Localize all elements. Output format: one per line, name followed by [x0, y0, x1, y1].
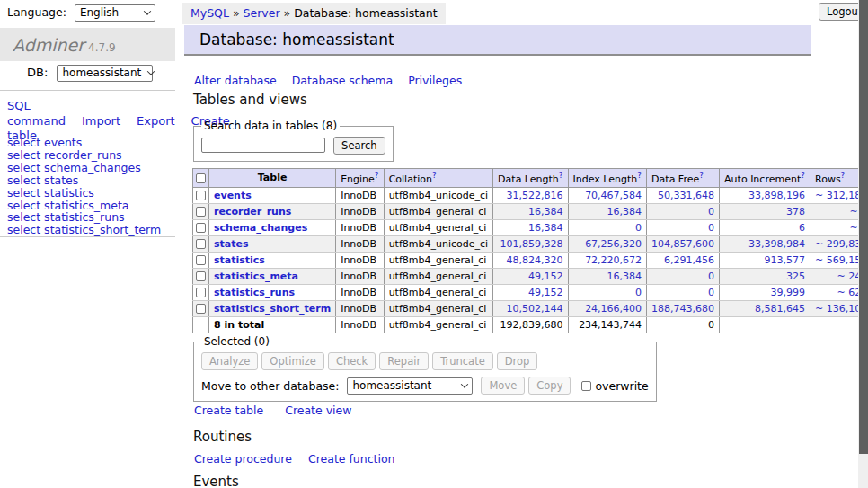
row-checkbox-statistics-meta[interactable] — [196, 271, 206, 281]
row-checkbox-cell — [193, 252, 209, 268]
sidebar-item-select-recorder-runs[interactable]: select recorder_runs — [7, 149, 161, 162]
row-checkbox-cell — [193, 219, 209, 235]
help-icon[interactable]: ? — [375, 171, 379, 180]
drop-button[interactable]: Drop — [497, 352, 538, 370]
help-icon[interactable]: ? — [699, 171, 704, 180]
language-select[interactable]: English — [75, 4, 155, 22]
row-checkbox-cell — [193, 268, 209, 284]
table-row: eventsInnoDButf8mb4_unicode_ci31,522,816… — [193, 187, 868, 203]
table-link-states[interactable]: states — [214, 238, 249, 250]
help-icon[interactable]: ? — [801, 171, 805, 180]
help-icon[interactable]: ? — [559, 171, 563, 180]
cell-c-col: utf8mb4_general_ci — [384, 203, 492, 219]
cell-c-il: 72,220,672 — [568, 252, 647, 268]
help-icon[interactable]: ? — [841, 171, 846, 180]
column-header-collation: Collation? — [384, 169, 492, 188]
help-icon[interactable]: ? — [432, 171, 437, 180]
table-link-statistics[interactable]: statistics — [214, 254, 265, 266]
table-link-statistics-runs[interactable]: statistics_runs — [214, 287, 295, 298]
row-checkbox-recorder-runs[interactable] — [196, 207, 206, 217]
row-checkbox-events[interactable] — [196, 191, 206, 200]
events-heading: Events — [193, 474, 239, 488]
cell-c-ai: 8,581,645 — [720, 300, 810, 316]
sidebar-action-export[interactable]: Export — [137, 114, 175, 128]
breadcrumb-link-mysql[interactable]: MySQL — [190, 6, 229, 20]
table-name-cell: statistics — [209, 252, 336, 268]
cell-c-dl: 16,384 — [493, 219, 568, 235]
column-header-data-free: Data Free? — [647, 169, 720, 188]
db-row: DB: homeassistant — [27, 65, 153, 82]
breadcrumb-separator: » — [284, 6, 291, 20]
check-button[interactable]: Check — [328, 352, 376, 370]
sidebar-item-select-statistics-short-term[interactable]: select statistics_short_term — [7, 224, 161, 236]
cell-c-df: 0 — [647, 219, 720, 235]
cell-c-eng: InnoDB — [336, 268, 384, 284]
table-link-recorder-runs[interactable]: recorder_runs — [214, 206, 291, 217]
total-cell-c-dl: 192,839,680 — [493, 316, 568, 333]
row-checkbox-states[interactable] — [196, 239, 206, 249]
sidebar-item-select-schema-changes[interactable]: select schema_changes — [7, 162, 161, 174]
cell-c-ai: 325 — [720, 268, 810, 284]
routines-link-create-procedure[interactable]: Create procedure — [194, 452, 292, 466]
table-name-cell: schema_changes — [209, 219, 336, 235]
sidebar-item-select-statistics-meta[interactable]: select statistics_meta — [7, 200, 161, 212]
row-checkbox-statistics-runs[interactable] — [196, 288, 206, 297]
db-link-database-schema[interactable]: Database schema — [292, 74, 393, 87]
sidebar-item-select-events[interactable]: select events — [7, 137, 161, 149]
table-row: statistics_short_termInnoDButf8mb4_gener… — [193, 300, 868, 316]
scrollbar-thumb[interactable] — [859, 0, 868, 454]
table-link-events[interactable]: events — [214, 190, 252, 201]
overwrite-checkbox[interactable] — [581, 381, 591, 391]
optimize-button[interactable]: Optimize — [261, 352, 324, 370]
help-icon[interactable]: ? — [637, 171, 642, 180]
move-select-value: homeassistant — [352, 379, 431, 392]
column-header-index-length: Index Length? — [568, 169, 647, 188]
select-all-checkbox[interactable] — [196, 173, 206, 183]
truncate-button[interactable]: Truncate — [432, 352, 493, 370]
footer-link-create-table[interactable]: Create table — [194, 404, 263, 417]
row-checkbox-schema-changes[interactable] — [196, 223, 206, 233]
footer-link-create-view[interactable]: Create view — [285, 404, 351, 417]
db-label: DB: — [27, 66, 48, 79]
row-checkbox-statistics[interactable] — [196, 255, 206, 265]
move-database-select[interactable]: homeassistant — [347, 377, 473, 395]
db-link-privileges[interactable]: Privileges — [408, 74, 462, 87]
cell-c-df: 0 — [647, 284, 720, 300]
db-select[interactable]: homeassistant — [57, 65, 153, 82]
vertical-scrollbar[interactable] — [858, 0, 868, 488]
cell-c-ai: 39,999 — [720, 284, 810, 300]
table-link-statistics-short-term[interactable]: statistics_short_term — [214, 303, 331, 315]
sidebar-item-select-statistics[interactable]: select statistics — [7, 187, 161, 200]
total-cell-c-il: 234,143,744 — [568, 316, 647, 333]
cell-c-ai: 33,898,196 — [720, 187, 810, 203]
cell-c-ai: 378 — [720, 203, 810, 219]
row-checkbox-statistics-short-term[interactable] — [196, 304, 206, 314]
analyze-button[interactable]: Analyze — [201, 352, 258, 370]
copy-button[interactable]: Copy — [528, 377, 571, 395]
sidebar-action-import[interactable]: Import — [82, 114, 120, 128]
cell-c-col: utf8mb4_unicode_ci — [384, 235, 492, 252]
table-search-input[interactable] — [201, 138, 325, 153]
table-row: statesInnoDButf8mb4_unicode_ci101,859,32… — [193, 235, 868, 252]
cell-c-eng: InnoDB — [336, 219, 384, 235]
language-row: Language: English — [7, 4, 155, 22]
move-button[interactable]: Move — [481, 377, 525, 395]
db-link-alter-database[interactable]: Alter database — [194, 74, 277, 87]
cell-c-col: utf8mb4_general_ci — [384, 284, 492, 300]
repair-button[interactable]: Repair — [379, 352, 429, 370]
selected-legend: Selected (0) — [201, 335, 272, 348]
tables-heading: Tables and views — [193, 92, 307, 108]
table-name-cell: recorder_runs — [209, 203, 336, 219]
routines-link-create-function[interactable]: Create function — [308, 452, 395, 466]
cell-c-eng: InnoDB — [336, 203, 384, 219]
table-link-statistics-meta[interactable]: statistics_meta — [214, 271, 298, 282]
breadcrumb-link-server[interactable]: Server — [244, 6, 280, 20]
cell-c-il: 0 — [568, 219, 647, 235]
table-link-schema-changes[interactable]: schema_changes — [214, 222, 307, 234]
tables-grid-wrapper: TableEngine?Collation?Data Length?Index … — [192, 168, 868, 333]
sidebar-item-select-statistics-runs[interactable]: select statistics_runs — [7, 211, 161, 224]
routines-heading: Routines — [193, 429, 252, 445]
sidebar-item-select-states[interactable]: select states — [7, 174, 161, 187]
search-button[interactable]: Search — [333, 137, 385, 155]
sidebar-action-sql-command[interactable]: SQL command — [7, 99, 66, 128]
